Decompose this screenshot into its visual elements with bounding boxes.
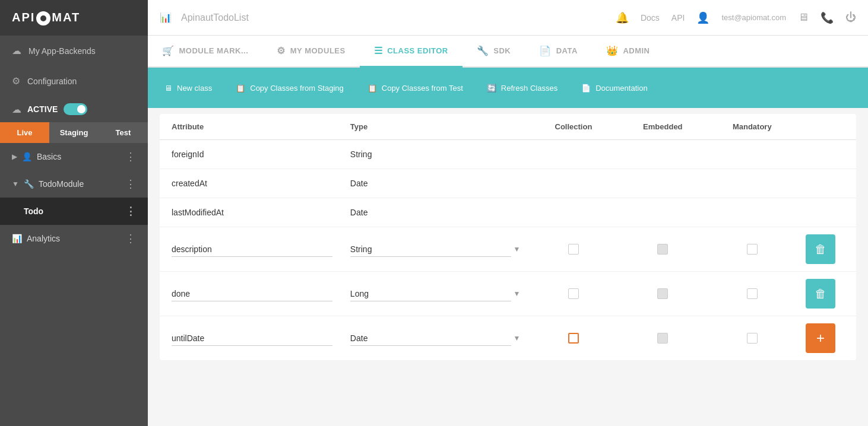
- mandatory-checkbox-done[interactable]: [747, 288, 758, 299]
- table-row: DateStringLongInteger ▼ +: [160, 316, 856, 360]
- attr-done-input[interactable]: [172, 287, 332, 301]
- tab-module-marketplace[interactable]: 🛒 MODULE MARK...: [148, 36, 262, 68]
- attr-description-input[interactable]: [172, 242, 332, 257]
- dropdown-arrow-icon: ▼: [514, 245, 521, 253]
- attr-lastmodified: lastModifiedAt: [172, 208, 350, 217]
- embedded-done: [618, 288, 707, 299]
- sidebar: APIMAT ☁ My App-Backends ⚙ Configuration…: [0, 0, 148, 426]
- type-createdat: Date: [350, 179, 529, 188]
- copy-test-icon: 📋: [368, 84, 377, 93]
- col-mandatory: Mandatory: [708, 122, 797, 131]
- tab-class-editor[interactable]: ☰ CLASS EDITOR: [360, 36, 462, 68]
- type-description-select[interactable]: StringLongDateInteger: [350, 242, 511, 257]
- gear-icon: ⚙: [12, 75, 20, 87]
- main-content: 📊 ApinautTodoList 🔔 Docs API 👤 test@apio…: [148, 0, 868, 426]
- user-icon[interactable]: 👤: [696, 11, 709, 24]
- action-bar: 🖥 New class 📋 Copy Classes from Staging …: [148, 68, 868, 108]
- wrench-icon: 🔧: [24, 179, 34, 189]
- attr-createdat: createdAt: [172, 179, 350, 188]
- type-untildate-select[interactable]: DateStringLongInteger: [350, 331, 511, 346]
- nav-tabs: 🛒 MODULE MARK... ⚙ MY MODULES ☰ CLASS ED…: [148, 36, 868, 68]
- sidebar-item-todo[interactable]: Todo ⋮: [0, 198, 148, 225]
- attr-untildate-input[interactable]: [172, 331, 332, 346]
- collection-checkbox-done[interactable]: [568, 288, 579, 299]
- col-type: Type: [350, 122, 529, 131]
- col-collection: Collection: [529, 122, 618, 131]
- embedded-checkbox-untildate[interactable]: [657, 333, 668, 344]
- table-header: Attribute Type Collection Embedded Manda…: [160, 114, 856, 140]
- tab-sdk[interactable]: 🔧 SDK: [462, 36, 525, 68]
- copy-staging-icon: 📋: [236, 84, 245, 93]
- action-description: 🗑: [797, 234, 844, 264]
- embedded-checkbox-description[interactable]: [657, 244, 668, 255]
- env-tab-test[interactable]: Test: [99, 122, 148, 143]
- more-icon[interactable]: ⋮: [125, 232, 136, 245]
- more-icon[interactable]: ⋮: [125, 205, 136, 218]
- new-class-button[interactable]: 🖥 New class: [154, 78, 223, 98]
- embedded-untildate: [618, 333, 707, 344]
- app-icon: 📊: [160, 12, 172, 23]
- logo: APIMAT: [0, 0, 148, 36]
- mandatory-checkbox-untildate[interactable]: [747, 333, 758, 344]
- sidebar-item-analytics[interactable]: 📊 Analytics ⋮: [0, 225, 148, 252]
- embedded-description: [618, 244, 707, 255]
- class-table: Attribute Type Collection Embedded Manda…: [160, 114, 856, 360]
- sidebar-item-label: Configuration: [27, 77, 77, 86]
- active-label: ACTIVE: [27, 104, 58, 114]
- new-class-label: New class: [177, 84, 212, 93]
- table-row: foreignId String: [160, 140, 856, 169]
- col-attribute: Attribute: [172, 122, 350, 131]
- data-icon: 📄: [539, 45, 552, 56]
- power-icon[interactable]: ⏻: [845, 11, 856, 24]
- type-lastmodified: Date: [350, 208, 529, 217]
- topbar: 📊 ApinautTodoList 🔔 Docs API 👤 test@apio…: [148, 0, 868, 36]
- api-link[interactable]: API: [671, 13, 685, 23]
- delete-description-button[interactable]: 🗑: [806, 234, 835, 264]
- type-done-select[interactable]: LongStringDateInteger: [350, 287, 511, 301]
- class-editor-icon: ☰: [374, 45, 383, 56]
- mandatory-done: [708, 288, 797, 299]
- phone-icon[interactable]: 📞: [821, 11, 834, 24]
- marketplace-icon: 🛒: [162, 45, 175, 56]
- tab-label: DATA: [556, 46, 578, 55]
- documentation-button[interactable]: 📄 Documentation: [571, 78, 658, 98]
- dropdown-arrow-icon: ▼: [514, 334, 521, 342]
- active-toggle[interactable]: [64, 103, 87, 115]
- doc-label: Documentation: [595, 84, 647, 93]
- copy-from-test-button[interactable]: 📋 Copy Classes from Test: [357, 78, 474, 98]
- tree-label: Analytics: [27, 234, 60, 243]
- sidebar-item-configuration[interactable]: ⚙ Configuration: [0, 66, 148, 96]
- copy-from-staging-button[interactable]: 📋 Copy Classes from Staging: [225, 78, 354, 98]
- window-icon[interactable]: 🖥: [798, 11, 809, 24]
- add-row-button[interactable]: +: [806, 323, 835, 353]
- tab-admin[interactable]: 👑 ADMIN: [592, 36, 664, 68]
- more-icon[interactable]: ⋮: [125, 150, 136, 163]
- tab-label: SDK: [493, 46, 511, 55]
- table-row: LongStringDateInteger ▼ 🗑: [160, 272, 856, 316]
- more-icon[interactable]: ⋮: [125, 177, 136, 190]
- table-row: createdAt Date: [160, 169, 856, 198]
- notification-icon[interactable]: 🔔: [616, 11, 629, 24]
- copy-test-label: Copy Classes from Test: [382, 84, 463, 93]
- sidebar-item-basics[interactable]: ▶ 👤 Basics ⋮: [0, 143, 148, 170]
- collection-checkbox-description[interactable]: [568, 244, 579, 255]
- env-tab-staging[interactable]: Staging: [49, 122, 99, 143]
- collection-checkbox-untildate[interactable]: [568, 333, 579, 344]
- analytics-icon: 📊: [12, 234, 22, 243]
- sidebar-item-my-app-backends[interactable]: ☁ My App-Backends: [0, 36, 148, 66]
- refresh-classes-button[interactable]: 🔄 Refresh Classes: [476, 78, 568, 98]
- cloud-icon: ☁: [12, 45, 21, 56]
- table-row: lastModifiedAt Date: [160, 198, 856, 227]
- sidebar-item-todo-module[interactable]: ▼ 🔧 TodoModule ⋮: [0, 170, 148, 198]
- docs-link[interactable]: Docs: [641, 13, 660, 23]
- chevron-right-icon: ▶: [12, 152, 17, 161]
- tree-label: Basics: [37, 152, 61, 161]
- user-email: test@apiomat.com: [721, 13, 786, 22]
- sdk-icon: 🔧: [477, 45, 489, 56]
- tab-my-modules[interactable]: ⚙ MY MODULES: [262, 36, 359, 68]
- embedded-checkbox-done[interactable]: [657, 288, 668, 299]
- mandatory-checkbox-description[interactable]: [747, 244, 758, 255]
- tab-data[interactable]: 📄 DATA: [525, 36, 592, 68]
- env-tab-live[interactable]: Live: [0, 122, 49, 143]
- delete-done-button[interactable]: 🗑: [806, 279, 835, 309]
